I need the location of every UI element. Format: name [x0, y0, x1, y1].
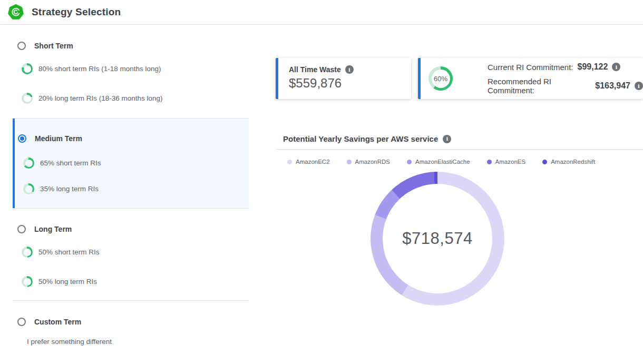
chart-header: Potential Yearly Savings per AWS service…: [283, 134, 451, 143]
option-label: 35% long term RIs: [40, 185, 99, 193]
radio-button[interactable]: [17, 225, 26, 233]
strategy-label: Medium Term: [35, 134, 82, 143]
legend-item-amazonredshift[interactable]: AmazonRedshift: [542, 159, 595, 165]
commitment-gauge-label: 60%: [428, 66, 453, 91]
custom-term-description: I prefer something different: [13, 338, 249, 346]
strategy-label: Custom Term: [34, 318, 81, 326]
chart-title: Potential Yearly Savings per AWS service: [283, 134, 438, 143]
donut-center-total: $718,574: [371, 172, 504, 306]
strategy-medium-term: Medium Term 65% short term RIs 35% long …: [13, 118, 249, 209]
legend-item-amazonrds[interactable]: AmazonRDS: [347, 159, 390, 165]
legend-label: AmazonEC2: [296, 159, 330, 165]
custom-term-radio-row[interactable]: Custom Term: [13, 318, 249, 326]
strategy-long-term: Long Term 50% short term RIs 50% long te…: [13, 209, 249, 287]
percent-ring-icon: [22, 93, 33, 104]
savings-donut-chart: $718,574: [371, 172, 504, 306]
option-label: 80% short term RIs (1-18 months long): [38, 65, 161, 73]
legend-item-amazones[interactable]: AmazonES: [487, 159, 526, 165]
radio-button[interactable]: [17, 318, 26, 326]
legend-swatch-icon: [487, 160, 492, 164]
percent-ring-icon: [22, 276, 33, 287]
legend-item-amazonelasticache[interactable]: AmazonElastiCache: [407, 159, 470, 165]
info-icon[interactable]: i: [443, 135, 451, 143]
percent-ring-icon: [22, 247, 33, 258]
medium-term-radio-row[interactable]: Medium Term: [13, 134, 249, 143]
chart-legend: AmazonEC2 AmazonRDS AmazonElastiCache Am…: [287, 159, 612, 165]
legend-swatch-icon: [287, 160, 292, 164]
waste-card-label: All Time Waste: [289, 65, 341, 74]
current-ri-value: $99,122: [578, 62, 608, 72]
strategy-option: 80% short term RIs (1-18 months long): [13, 63, 249, 74]
waste-card-value: $559,876: [289, 76, 411, 91]
brand-logo-icon: [8, 4, 24, 20]
strategy-option: 65% short term RIs: [13, 158, 249, 169]
strategy-list: Short Term 80% short term RIs (1-18 mont…: [13, 25, 249, 346]
radio-button-selected[interactable]: [18, 134, 26, 143]
option-label: 50% long term RIs: [38, 278, 97, 286]
current-ri-label: Current RI Commitment:: [488, 63, 573, 72]
kpi-cards-row: All Time Waste i $559,876 60% Current RI…: [276, 58, 643, 99]
short-term-radio-row[interactable]: Short Term: [13, 42, 249, 50]
strategy-option: 35% long term RIs: [13, 183, 249, 194]
radio-button[interactable]: [17, 42, 26, 50]
legend-label: AmazonRedshift: [551, 159, 595, 165]
chart-divider: [276, 149, 643, 150]
info-icon[interactable]: i: [635, 82, 643, 90]
all-time-waste-card: All Time Waste i $559,876: [276, 58, 411, 99]
percent-ring-icon: [23, 158, 34, 169]
page-title: Strategy Selection: [32, 6, 121, 18]
recommended-ri-label: Recommended RI Commitment:: [488, 77, 591, 95]
strategy-short-term: Short Term 80% short term RIs (1-18 mont…: [13, 25, 249, 104]
current-ri-commitment-row: Current RI Commitment: $99,122 i: [488, 62, 643, 72]
option-label: 20% long term RIs (18-36 months long): [38, 94, 163, 102]
strategy-option: 50% long term RIs: [13, 276, 249, 287]
legend-label: AmazonElastiCache: [415, 159, 470, 165]
strategy-label: Long Term: [34, 225, 72, 233]
info-icon[interactable]: i: [612, 63, 620, 71]
strategy-custom-term: Custom Term I prefer something different: [13, 301, 249, 346]
percent-ring-icon: [23, 183, 34, 194]
legend-label: AmazonRDS: [355, 159, 390, 165]
strategy-option: 20% long term RIs (18-36 months long): [13, 93, 249, 104]
info-icon[interactable]: i: [345, 65, 354, 74]
strategy-label: Short Term: [34, 42, 73, 50]
summary-panel: All Time Waste i $559,876 60% Current RI…: [276, 0, 643, 364]
legend-swatch-icon: [542, 160, 547, 164]
legend-item-amazonec2[interactable]: AmazonEC2: [287, 159, 330, 165]
legend-swatch-icon: [407, 160, 412, 164]
percent-ring-icon: [22, 63, 33, 74]
option-label: 50% short term RIs: [38, 248, 100, 256]
option-label: 65% short term RIs: [40, 159, 101, 167]
commitment-gauge-ring: 60%: [428, 66, 453, 91]
strategy-option: 50% short term RIs: [13, 247, 249, 258]
long-term-radio-row[interactable]: Long Term: [13, 225, 249, 233]
legend-label: AmazonES: [495, 159, 526, 165]
ri-commitment-card: 60% Current RI Commitment: $99,122 i Rec…: [418, 58, 643, 99]
recommended-ri-commitment-row: Recommended RI Commitment: $163,947 i: [488, 77, 643, 95]
recommended-ri-value: $163,947: [595, 81, 630, 91]
legend-swatch-icon: [347, 160, 352, 164]
